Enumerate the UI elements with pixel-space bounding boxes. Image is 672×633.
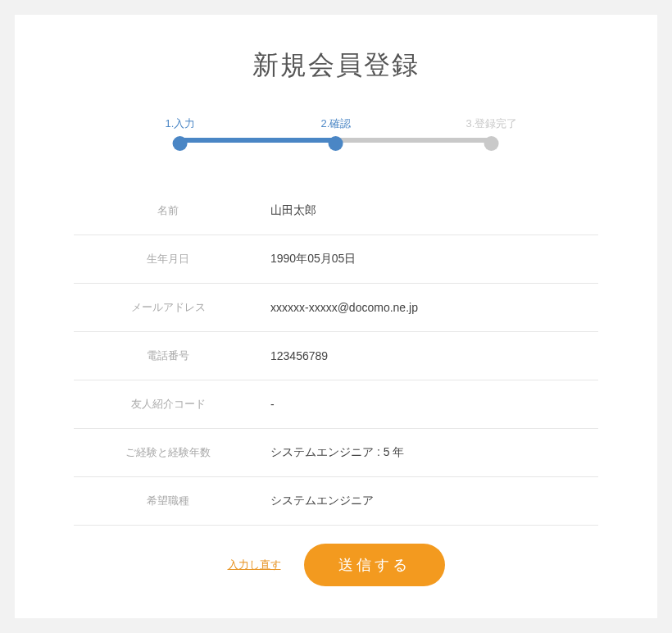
field-label: メールアドレス [74, 300, 270, 315]
step-input: 1.入力 [166, 116, 196, 151]
field-desired-job: 希望職種 システムエンジニア [74, 477, 598, 526]
progress-bar-fill [180, 138, 336, 143]
field-value: xxxxxx-xxxxx@docomo.ne.jp [270, 301, 598, 314]
step-dot-icon [173, 136, 188, 151]
field-label: 生年月日 [74, 252, 270, 266]
step-complete: 3.登録完了 [466, 116, 518, 151]
submit-button[interactable]: 送信する [304, 544, 445, 586]
field-experience: ご経験と経験年数 システムエンジニア : 5 年 [74, 429, 598, 477]
field-name: 名前 山田太郎 [74, 187, 598, 235]
step-label: 3.登録完了 [466, 116, 518, 131]
registration-card: 新規会員登録 1.入力 2.確認 3.登録完了 名前 山田太郎 生年月日 199… [15, 15, 657, 618]
field-value: システムエンジニア [270, 494, 598, 508]
page-title: 新規会員登録 [15, 48, 657, 84]
step-label: 2.確認 [321, 116, 352, 131]
field-value: 123456789 [270, 349, 598, 362]
field-email: メールアドレス xxxxxx-xxxxx@docomo.ne.jp [74, 284, 598, 332]
progress-steps: 1.入力 2.確認 3.登録完了 [172, 116, 500, 146]
field-label: 友人紹介コード [74, 397, 270, 412]
field-label: 名前 [74, 203, 270, 218]
field-label: ご経験と経験年数 [74, 445, 270, 460]
confirmation-fields: 名前 山田太郎 生年月日 1990年05月05日 メールアドレス xxxxxx-… [74, 187, 598, 526]
field-phone: 電話番号 123456789 [74, 332, 598, 380]
field-label: 希望職種 [74, 494, 270, 508]
field-value: - [270, 398, 598, 411]
step-label: 1.入力 [166, 116, 196, 131]
field-birthdate: 生年月日 1990年05月05日 [74, 235, 598, 284]
field-label: 電話番号 [74, 348, 270, 363]
step-dot-icon [484, 136, 499, 151]
back-link[interactable]: 入力し直す [228, 558, 281, 572]
form-actions: 入力し直す 送信する [15, 544, 657, 586]
step-confirm: 2.確認 [321, 116, 352, 151]
step-dot-icon [329, 136, 343, 151]
field-value: 1990年05月05日 [270, 252, 598, 266]
field-value: 山田太郎 [270, 203, 598, 218]
field-referral: 友人紹介コード - [74, 380, 598, 429]
field-value: システムエンジニア : 5 年 [270, 445, 598, 460]
